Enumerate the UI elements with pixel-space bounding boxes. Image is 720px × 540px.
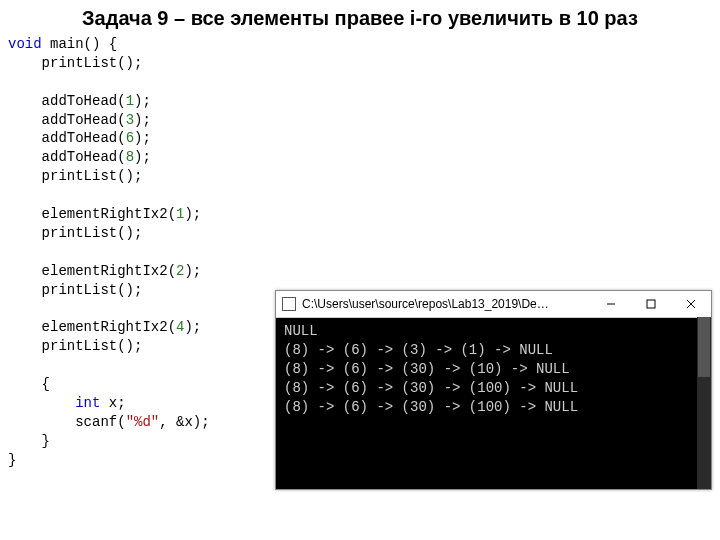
str: "%d" (126, 414, 160, 430)
num: 6 (126, 130, 134, 146)
console-line: (8) -> (6) -> (30) -> (10) -> NULL (284, 361, 570, 377)
kw-int: int (8, 395, 100, 411)
code-text: printList(); (8, 55, 142, 71)
minimize-button[interactable] (591, 291, 631, 317)
maximize-button[interactable] (631, 291, 671, 317)
code-text: ); (134, 130, 151, 146)
num: 3 (126, 112, 134, 128)
num: 1 (126, 93, 134, 109)
code-text: ); (134, 93, 151, 109)
code-text: printList(); (8, 225, 142, 241)
code-text: printList(); (8, 338, 142, 354)
close-icon (686, 299, 696, 309)
svg-rect-1 (647, 300, 655, 308)
code-text: printList(); (8, 168, 142, 184)
code-text: , &x); (159, 414, 209, 430)
code-text: printList(); (8, 282, 142, 298)
console-line: (8) -> (6) -> (30) -> (100) -> NULL (284, 380, 578, 396)
window-buttons (591, 291, 711, 317)
code-text: addToHead( (8, 130, 126, 146)
scrollbar-thumb[interactable] (698, 317, 710, 377)
page-title: Задача 9 – все элементы правее i-го увел… (0, 0, 720, 33)
console-body: NULL (8) -> (6) -> (3) -> (1) -> NULL (8… (276, 318, 711, 420)
console-line: NULL (284, 323, 318, 339)
code-text: } (8, 452, 16, 468)
code-text: ); (134, 112, 151, 128)
code-text: ); (184, 263, 201, 279)
console-line: (8) -> (6) -> (3) -> (1) -> NULL (284, 342, 553, 358)
num: 8 (126, 149, 134, 165)
console-icon (282, 297, 296, 311)
console-title-bar[interactable]: C:\Users\user\source\repos\Lab13_2019\De… (276, 291, 711, 318)
code-text: main() { (42, 36, 118, 52)
console-window: C:\Users\user\source\repos\Lab13_2019\De… (275, 290, 712, 490)
code-text: ); (134, 149, 151, 165)
console-line: (8) -> (6) -> (30) -> (100) -> NULL (284, 399, 578, 415)
code-text: addToHead( (8, 112, 126, 128)
code-text: } (8, 433, 50, 449)
code-text: x; (100, 395, 125, 411)
code-text: elementRightIx2( (8, 319, 176, 335)
maximize-icon (646, 299, 656, 309)
code-text: ); (184, 319, 201, 335)
minimize-icon (606, 299, 616, 309)
close-button[interactable] (671, 291, 711, 317)
code-text: addToHead( (8, 149, 126, 165)
code-text: { (8, 376, 50, 392)
scrollbar-vertical[interactable] (697, 317, 711, 489)
code-text: ); (184, 206, 201, 222)
kw-void: void (8, 36, 42, 52)
console-title: C:\Users\user\source\repos\Lab13_2019\De… (302, 297, 591, 311)
code-text: scanf( (8, 414, 126, 430)
code-text: elementRightIx2( (8, 263, 176, 279)
code-text: elementRightIx2( (8, 206, 176, 222)
code-text: addToHead( (8, 93, 126, 109)
